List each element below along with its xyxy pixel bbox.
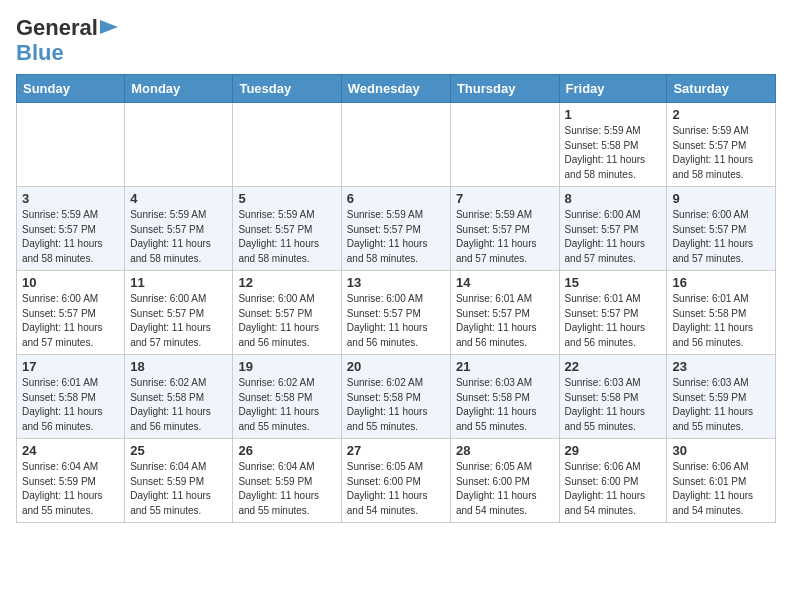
calendar-week-5: 24Sunrise: 6:04 AMSunset: 5:59 PMDayligh… xyxy=(17,439,776,523)
logo-text-blue: Blue xyxy=(16,40,64,66)
day-info: Sunrise: 6:06 AMSunset: 6:00 PMDaylight:… xyxy=(565,460,662,518)
calendar-cell: 1Sunrise: 5:59 AMSunset: 5:58 PMDaylight… xyxy=(559,103,667,187)
day-info: Sunrise: 6:01 AMSunset: 5:58 PMDaylight:… xyxy=(672,292,770,350)
day-info: Sunrise: 6:00 AMSunset: 5:57 PMDaylight:… xyxy=(130,292,227,350)
day-number: 18 xyxy=(130,359,227,374)
day-info: Sunrise: 5:59 AMSunset: 5:57 PMDaylight:… xyxy=(672,124,770,182)
day-number: 23 xyxy=(672,359,770,374)
day-info: Sunrise: 6:01 AMSunset: 5:57 PMDaylight:… xyxy=(565,292,662,350)
day-info: Sunrise: 6:06 AMSunset: 6:01 PMDaylight:… xyxy=(672,460,770,518)
weekday-header-monday: Monday xyxy=(125,75,233,103)
day-number: 22 xyxy=(565,359,662,374)
day-info: Sunrise: 6:03 AMSunset: 5:58 PMDaylight:… xyxy=(456,376,554,434)
day-number: 21 xyxy=(456,359,554,374)
calendar-cell: 25Sunrise: 6:04 AMSunset: 5:59 PMDayligh… xyxy=(125,439,233,523)
day-info: Sunrise: 5:59 AMSunset: 5:57 PMDaylight:… xyxy=(347,208,445,266)
day-info: Sunrise: 6:00 AMSunset: 5:57 PMDaylight:… xyxy=(347,292,445,350)
day-info: Sunrise: 6:05 AMSunset: 6:00 PMDaylight:… xyxy=(347,460,445,518)
weekday-header-sunday: Sunday xyxy=(17,75,125,103)
day-info: Sunrise: 6:03 AMSunset: 5:59 PMDaylight:… xyxy=(672,376,770,434)
calendar-cell: 19Sunrise: 6:02 AMSunset: 5:58 PMDayligh… xyxy=(233,355,341,439)
day-number: 4 xyxy=(130,191,227,206)
logo-text-general: General xyxy=(16,17,98,39)
day-number: 13 xyxy=(347,275,445,290)
calendar-cell: 12Sunrise: 6:00 AMSunset: 5:57 PMDayligh… xyxy=(233,271,341,355)
calendar-cell: 13Sunrise: 6:00 AMSunset: 5:57 PMDayligh… xyxy=(341,271,450,355)
calendar-cell: 20Sunrise: 6:02 AMSunset: 5:58 PMDayligh… xyxy=(341,355,450,439)
calendar-cell xyxy=(233,103,341,187)
calendar-cell: 9Sunrise: 6:00 AMSunset: 5:57 PMDaylight… xyxy=(667,187,776,271)
day-info: Sunrise: 6:00 AMSunset: 5:57 PMDaylight:… xyxy=(22,292,119,350)
day-number: 19 xyxy=(238,359,335,374)
day-info: Sunrise: 5:59 AMSunset: 5:57 PMDaylight:… xyxy=(238,208,335,266)
weekday-header-row: SundayMondayTuesdayWednesdayThursdayFrid… xyxy=(17,75,776,103)
day-number: 27 xyxy=(347,443,445,458)
calendar-week-1: 1Sunrise: 5:59 AMSunset: 5:58 PMDaylight… xyxy=(17,103,776,187)
day-info: Sunrise: 5:59 AMSunset: 5:57 PMDaylight:… xyxy=(22,208,119,266)
calendar-cell: 3Sunrise: 5:59 AMSunset: 5:57 PMDaylight… xyxy=(17,187,125,271)
day-number: 15 xyxy=(565,275,662,290)
day-number: 24 xyxy=(22,443,119,458)
weekday-header-friday: Friday xyxy=(559,75,667,103)
day-number: 28 xyxy=(456,443,554,458)
day-info: Sunrise: 6:01 AMSunset: 5:58 PMDaylight:… xyxy=(22,376,119,434)
day-number: 7 xyxy=(456,191,554,206)
day-info: Sunrise: 6:04 AMSunset: 5:59 PMDaylight:… xyxy=(22,460,119,518)
day-info: Sunrise: 6:05 AMSunset: 6:00 PMDaylight:… xyxy=(456,460,554,518)
day-info: Sunrise: 6:02 AMSunset: 5:58 PMDaylight:… xyxy=(238,376,335,434)
calendar-cell: 11Sunrise: 6:00 AMSunset: 5:57 PMDayligh… xyxy=(125,271,233,355)
calendar-cell: 14Sunrise: 6:01 AMSunset: 5:57 PMDayligh… xyxy=(450,271,559,355)
weekday-header-wednesday: Wednesday xyxy=(341,75,450,103)
calendar-cell: 10Sunrise: 6:00 AMSunset: 5:57 PMDayligh… xyxy=(17,271,125,355)
calendar-cell: 30Sunrise: 6:06 AMSunset: 6:01 PMDayligh… xyxy=(667,439,776,523)
day-info: Sunrise: 6:00 AMSunset: 5:57 PMDaylight:… xyxy=(238,292,335,350)
day-info: Sunrise: 6:02 AMSunset: 5:58 PMDaylight:… xyxy=(130,376,227,434)
calendar-cell: 21Sunrise: 6:03 AMSunset: 5:58 PMDayligh… xyxy=(450,355,559,439)
day-info: Sunrise: 6:03 AMSunset: 5:58 PMDaylight:… xyxy=(565,376,662,434)
calendar-cell: 4Sunrise: 5:59 AMSunset: 5:57 PMDaylight… xyxy=(125,187,233,271)
weekday-header-tuesday: Tuesday xyxy=(233,75,341,103)
day-number: 3 xyxy=(22,191,119,206)
day-number: 2 xyxy=(672,107,770,122)
calendar-cell: 29Sunrise: 6:06 AMSunset: 6:00 PMDayligh… xyxy=(559,439,667,523)
calendar-cell: 2Sunrise: 5:59 AMSunset: 5:57 PMDaylight… xyxy=(667,103,776,187)
calendar-table: SundayMondayTuesdayWednesdayThursdayFrid… xyxy=(16,74,776,523)
day-number: 9 xyxy=(672,191,770,206)
day-number: 8 xyxy=(565,191,662,206)
day-number: 14 xyxy=(456,275,554,290)
weekday-header-saturday: Saturday xyxy=(667,75,776,103)
svg-marker-0 xyxy=(100,20,118,34)
calendar-cell: 6Sunrise: 5:59 AMSunset: 5:57 PMDaylight… xyxy=(341,187,450,271)
calendar-cell: 18Sunrise: 6:02 AMSunset: 5:58 PMDayligh… xyxy=(125,355,233,439)
calendar-week-2: 3Sunrise: 5:59 AMSunset: 5:57 PMDaylight… xyxy=(17,187,776,271)
day-info: Sunrise: 5:59 AMSunset: 5:57 PMDaylight:… xyxy=(456,208,554,266)
day-number: 11 xyxy=(130,275,227,290)
day-info: Sunrise: 6:02 AMSunset: 5:58 PMDaylight:… xyxy=(347,376,445,434)
day-info: Sunrise: 6:00 AMSunset: 5:57 PMDaylight:… xyxy=(672,208,770,266)
day-info: Sunrise: 5:59 AMSunset: 5:57 PMDaylight:… xyxy=(130,208,227,266)
calendar-cell xyxy=(450,103,559,187)
calendar-cell: 27Sunrise: 6:05 AMSunset: 6:00 PMDayligh… xyxy=(341,439,450,523)
calendar-cell: 28Sunrise: 6:05 AMSunset: 6:00 PMDayligh… xyxy=(450,439,559,523)
day-number: 16 xyxy=(672,275,770,290)
calendar-cell xyxy=(341,103,450,187)
page-header: General Blue xyxy=(16,16,776,66)
calendar-cell: 16Sunrise: 6:01 AMSunset: 5:58 PMDayligh… xyxy=(667,271,776,355)
day-number: 12 xyxy=(238,275,335,290)
day-number: 25 xyxy=(130,443,227,458)
day-info: Sunrise: 6:01 AMSunset: 5:57 PMDaylight:… xyxy=(456,292,554,350)
calendar-cell: 22Sunrise: 6:03 AMSunset: 5:58 PMDayligh… xyxy=(559,355,667,439)
calendar-cell: 15Sunrise: 6:01 AMSunset: 5:57 PMDayligh… xyxy=(559,271,667,355)
day-number: 6 xyxy=(347,191,445,206)
day-number: 10 xyxy=(22,275,119,290)
day-number: 17 xyxy=(22,359,119,374)
weekday-header-thursday: Thursday xyxy=(450,75,559,103)
calendar-cell xyxy=(17,103,125,187)
calendar-cell: 26Sunrise: 6:04 AMSunset: 5:59 PMDayligh… xyxy=(233,439,341,523)
day-info: Sunrise: 6:00 AMSunset: 5:57 PMDaylight:… xyxy=(565,208,662,266)
day-info: Sunrise: 6:04 AMSunset: 5:59 PMDaylight:… xyxy=(130,460,227,518)
day-number: 5 xyxy=(238,191,335,206)
calendar-cell: 7Sunrise: 5:59 AMSunset: 5:57 PMDaylight… xyxy=(450,187,559,271)
day-info: Sunrise: 5:59 AMSunset: 5:58 PMDaylight:… xyxy=(565,124,662,182)
calendar-cell xyxy=(125,103,233,187)
